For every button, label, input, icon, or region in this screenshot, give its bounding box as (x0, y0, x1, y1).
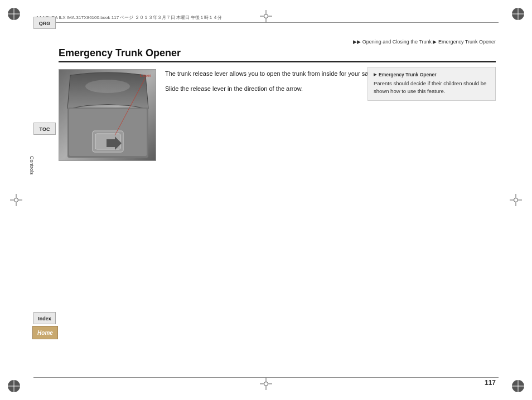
controls-label: Controls (29, 156, 35, 175)
reg-mark-br (512, 380, 524, 392)
sidebar-btn-qrg[interactable]: QRG (33, 17, 56, 29)
page: 14 ACURA ILX IMA-31TX86100.book 117 ページ … (0, 0, 532, 400)
reg-mark-bottom-center (260, 378, 272, 390)
note-box-title: Emergency Trunk Opener (374, 72, 490, 77)
breadcrumb-arrow2: ▶ (433, 39, 437, 45)
trunk-illustration (59, 70, 156, 161)
breadcrumb-part1: Opening and Closing the Trunk (362, 39, 432, 45)
file-info: 14 ACURA ILX IMA-31TX86100.book 117 ページ … (36, 14, 222, 21)
note-box: Emergency Trunk Opener Parents should de… (367, 67, 496, 101)
trunk-image: Lever (59, 69, 156, 161)
page-number: 117 (485, 379, 496, 387)
sidebar-btn-index[interactable]: Index (33, 312, 56, 324)
lever-label: Lever (140, 73, 151, 78)
header-line (33, 22, 499, 23)
breadcrumb: ▶▶ Opening and Closing the Trunk ▶ Emerg… (353, 39, 496, 45)
reg-mark-top-center (260, 10, 272, 22)
reg-mark-tl (8, 8, 20, 20)
breadcrumb-arrow1: ▶▶ (353, 39, 361, 45)
trunk-body (59, 70, 156, 160)
sidebar-btn-toc[interactable]: TOC (33, 123, 56, 135)
sidebar-btn-home[interactable]: Home (32, 326, 58, 339)
svg-point-6 (85, 80, 130, 93)
breadcrumb-part2: Emergency Trunk Opener (438, 39, 496, 45)
reg-mark-left-center (10, 194, 22, 206)
note-box-body: Parents should decide if their children … (374, 80, 490, 96)
reg-mark-bl (8, 380, 20, 392)
reg-mark-right-center (510, 194, 522, 206)
reg-mark-tr (512, 8, 524, 20)
section-title: Emergency Trunk Opener (59, 47, 496, 62)
footer-line (33, 377, 499, 378)
note-box-title-text: Emergency Trunk Opener (379, 72, 436, 77)
